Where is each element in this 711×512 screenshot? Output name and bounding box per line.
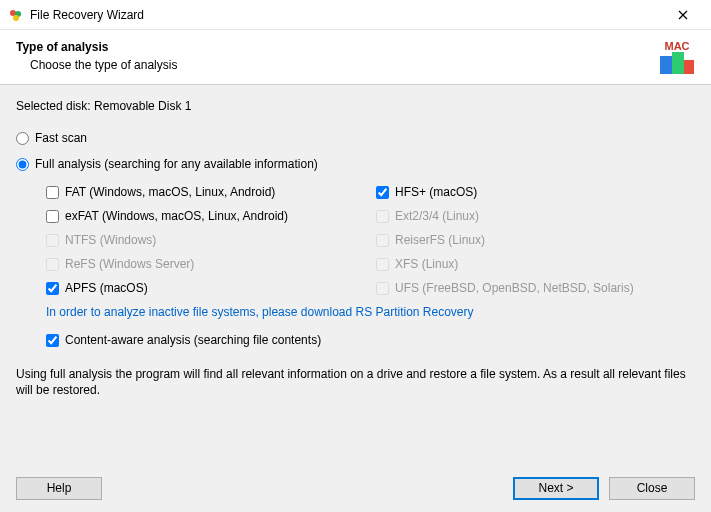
- content-aware-checkbox-row[interactable]: Content-aware analysis (searching file c…: [16, 333, 695, 347]
- fs-apfs[interactable]: APFS (macOS): [46, 281, 366, 295]
- fs-apfs-label: APFS (macOS): [65, 281, 148, 295]
- fs-ext-label: Ext2/3/4 (Linux): [395, 209, 479, 223]
- window-title: File Recovery Wizard: [30, 8, 144, 22]
- fs-ntfs-checkbox: [46, 234, 59, 247]
- fs-xfs: XFS (Linux): [376, 257, 695, 271]
- header-subtitle: Choose the type of analysis: [16, 58, 695, 72]
- fs-hfs-checkbox[interactable]: [376, 186, 389, 199]
- fs-refs-checkbox: [46, 258, 59, 271]
- full-analysis-label: Full analysis (searching for any availab…: [35, 157, 318, 171]
- fast-scan-label: Fast scan: [35, 131, 87, 145]
- help-button[interactable]: Help: [16, 477, 102, 500]
- titlebar: File Recovery Wizard: [0, 0, 711, 30]
- fs-exfat-label: exFAT (Windows, macOS, Linux, Android): [65, 209, 288, 223]
- full-analysis-radio-input[interactable]: [16, 158, 29, 171]
- svg-text:MAC: MAC: [664, 40, 689, 52]
- wizard-content: Selected disk: Removable Disk 1 Fast sca…: [0, 85, 711, 465]
- svg-rect-3: [660, 56, 672, 74]
- content-aware-checkbox[interactable]: [46, 334, 59, 347]
- fs-ufs-checkbox: [376, 282, 389, 295]
- svg-rect-4: [672, 52, 684, 74]
- svg-rect-5: [684, 60, 694, 74]
- svg-point-0: [10, 10, 16, 16]
- product-logo: MAC: [657, 38, 697, 78]
- download-link[interactable]: In order to analyze inactive file system…: [46, 305, 474, 319]
- fs-refs: ReFS (Windows Server): [46, 257, 366, 271]
- fs-ntfs-label: NTFS (Windows): [65, 233, 156, 247]
- header-title: Type of analysis: [16, 40, 695, 54]
- fs-hfs[interactable]: HFS+ (macOS): [376, 185, 695, 199]
- fs-fat-label: FAT (Windows, macOS, Linux, Android): [65, 185, 275, 199]
- fs-hfs-label: HFS+ (macOS): [395, 185, 477, 199]
- fs-reiser-label: ReiserFS (Linux): [395, 233, 485, 247]
- fs-xfs-checkbox: [376, 258, 389, 271]
- close-button[interactable]: Close: [609, 477, 695, 500]
- fs-ntfs: NTFS (Windows): [46, 233, 366, 247]
- next-button[interactable]: Next >: [513, 477, 599, 500]
- svg-point-2: [13, 15, 19, 21]
- filesystem-grid: FAT (Windows, macOS, Linux, Android) HFS…: [16, 185, 695, 295]
- fs-refs-label: ReFS (Windows Server): [65, 257, 194, 271]
- fs-reiser: ReiserFS (Linux): [376, 233, 695, 247]
- app-icon: [8, 7, 24, 23]
- fast-scan-radio[interactable]: Fast scan: [16, 131, 695, 145]
- wizard-header: Type of analysis Choose the type of anal…: [0, 30, 711, 85]
- fs-ext: Ext2/3/4 (Linux): [376, 209, 695, 223]
- fs-ext-checkbox: [376, 210, 389, 223]
- selected-disk-label: Selected disk: Removable Disk 1: [16, 99, 695, 113]
- fs-ufs-label: UFS (FreeBSD, OpenBSD, NetBSD, Solaris): [395, 281, 634, 295]
- analysis-description: Using full analysis the program will fin…: [16, 367, 695, 398]
- fs-xfs-label: XFS (Linux): [395, 257, 458, 271]
- fast-scan-radio-input[interactable]: [16, 132, 29, 145]
- fs-apfs-checkbox[interactable]: [46, 282, 59, 295]
- fs-exfat-checkbox[interactable]: [46, 210, 59, 223]
- fs-ufs: UFS (FreeBSD, OpenBSD, NetBSD, Solaris): [376, 281, 695, 295]
- close-icon[interactable]: [663, 0, 703, 30]
- download-link-row: In order to analyze inactive file system…: [16, 305, 695, 319]
- fs-exfat[interactable]: exFAT (Windows, macOS, Linux, Android): [46, 209, 366, 223]
- fs-reiser-checkbox: [376, 234, 389, 247]
- content-aware-label: Content-aware analysis (searching file c…: [65, 333, 321, 347]
- wizard-footer: Help Next > Close: [0, 464, 711, 512]
- full-analysis-radio[interactable]: Full analysis (searching for any availab…: [16, 157, 695, 171]
- fs-fat-checkbox[interactable]: [46, 186, 59, 199]
- fs-fat[interactable]: FAT (Windows, macOS, Linux, Android): [46, 185, 366, 199]
